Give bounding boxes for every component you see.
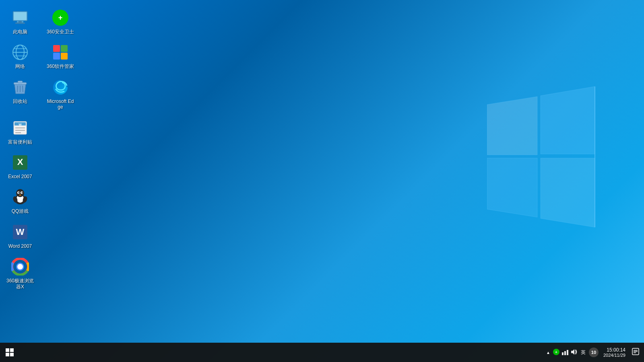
input-num: 10 <box>591 350 596 355</box>
svg-rect-19 <box>61 45 68 52</box>
desktop-icon-qqgame[interactable]: QQ游戏 <box>4 184 36 217</box>
svg-text:+: + <box>58 14 63 22</box>
svg-point-37 <box>16 189 24 197</box>
qqgame-label: QQ游戏 <box>12 208 29 214</box>
network-icon <box>10 43 30 62</box>
svg-rect-8 <box>15 23 25 24</box>
word-icon: W <box>10 222 30 242</box>
svg-text:W: W <box>16 227 25 237</box>
recycle-label: 回收站 <box>13 99 27 104</box>
word-label: Word 2007 <box>8 243 32 249</box>
svg-point-49 <box>17 264 23 269</box>
tray-icon-360[interactable]: + <box>553 348 560 357</box>
edge-icon <box>51 78 70 97</box>
tray-icon-network[interactable] <box>561 348 569 357</box>
desktop-icon-memo[interactable]: W 富翁便利贴 <box>4 115 36 148</box>
my-computer-label: 此电脑 <box>13 29 27 35</box>
svg-point-40 <box>19 192 20 193</box>
start-button[interactable] <box>0 343 19 362</box>
edge-label: Microsoft Edge <box>46 99 75 110</box>
taskbar: ▲ + <box>0 343 644 362</box>
svg-line-25 <box>17 86 18 92</box>
svg-rect-57 <box>564 351 566 355</box>
input-method-badge[interactable]: 10 <box>589 348 599 357</box>
tray-expand-button[interactable]: ▲ <box>545 350 551 355</box>
clock-date: 2024/11/29 <box>603 353 625 358</box>
desktop-icon-360speed[interactable]: 360极速浏览器X <box>4 254 36 293</box>
clock-time: 15:00:14 <box>603 347 625 353</box>
360software-icon <box>51 43 70 62</box>
svg-rect-56 <box>562 352 564 355</box>
language-text: 英 <box>581 350 586 355</box>
qqgame-icon <box>10 187 30 207</box>
svg-rect-9 <box>19 21 22 23</box>
tray-icon-volume[interactable] <box>570 348 578 357</box>
network-label: 网络 <box>15 64 25 69</box>
memo-label: 富翁便利贴 <box>8 139 32 145</box>
360guard-label: 360安全卫士 <box>47 29 74 35</box>
svg-rect-20 <box>53 53 60 60</box>
desktop-icon-excel[interactable]: X Excel 2007 <box>4 150 36 183</box>
svg-rect-53 <box>10 353 14 356</box>
svg-rect-58 <box>567 350 568 355</box>
memo-icon: W <box>10 118 30 138</box>
desktop-icon-my-computer[interactable]: 此电脑 <box>4 5 36 38</box>
windows-logo <box>487 80 600 233</box>
language-indicator[interactable]: 英 <box>579 348 587 357</box>
taskbar-left <box>0 343 19 362</box>
desktop-icon-recycle[interactable]: 回收站 <box>4 74 36 113</box>
clock[interactable]: 15:00:14 2024/11/29 <box>600 347 629 358</box>
desktop-icon-word[interactable]: W Word 2007 <box>4 219 36 252</box>
svg-rect-51 <box>10 348 14 352</box>
svg-marker-3 <box>541 158 595 227</box>
svg-marker-59 <box>571 349 574 355</box>
desktop-icons-container: 此电脑 + 360安全卫士 <box>0 0 80 298</box>
svg-marker-1 <box>541 86 595 154</box>
desktop-icon-network[interactable]: 网络 <box>4 39 36 72</box>
svg-rect-18 <box>53 45 60 52</box>
taskbar-right: ▲ + <box>545 343 644 362</box>
desktop-icon-360guard[interactable]: + 360安全卫士 <box>44 5 76 38</box>
notification-button[interactable] <box>630 348 641 357</box>
360speed-icon <box>10 257 30 276</box>
svg-line-26 <box>23 86 23 92</box>
svg-text:X: X <box>17 157 23 167</box>
360software-label: 360软件管家 <box>47 64 74 69</box>
360speed-label: 360极速浏览器X <box>6 278 35 290</box>
svg-rect-50 <box>6 348 9 352</box>
desktop-icon-edge[interactable]: Microsoft Edge <box>44 74 76 113</box>
360guard-icon: + <box>51 8 70 27</box>
excel-label: Excel 2007 <box>8 174 32 179</box>
svg-text:+: + <box>555 350 557 354</box>
svg-rect-6 <box>14 12 27 20</box>
svg-rect-21 <box>61 53 68 60</box>
svg-marker-0 <box>487 97 537 155</box>
svg-rect-23 <box>18 81 23 83</box>
svg-marker-2 <box>487 158 537 217</box>
svg-text:W: W <box>19 123 22 126</box>
desktop: 此电脑 + 360安全卫士 <box>0 0 644 362</box>
recycle-icon <box>10 78 30 97</box>
svg-point-41 <box>22 192 23 193</box>
svg-rect-52 <box>6 353 9 356</box>
desktop-icon-360software[interactable]: 360软件管家 <box>44 39 76 72</box>
my-computer-icon <box>10 8 30 27</box>
excel-icon: X <box>10 153 30 172</box>
